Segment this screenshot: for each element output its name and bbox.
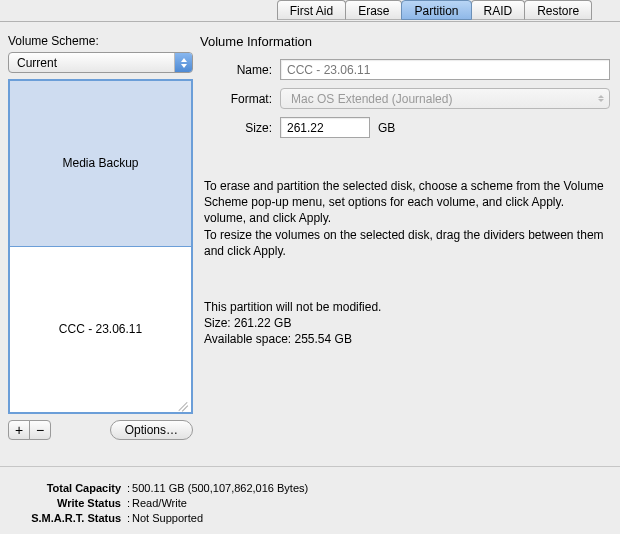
resize-grip-icon[interactable]: [177, 398, 189, 410]
total-capacity-label: Total Capacity: [30, 481, 125, 496]
name-label: Name:: [200, 63, 280, 77]
partition-slot-2-label: CCC - 23.06.11: [59, 322, 142, 336]
tab-restore[interactable]: Restore: [524, 0, 592, 20]
status-line: This partition will not be modified.: [204, 299, 620, 315]
add-partition-button[interactable]: +: [8, 420, 30, 440]
remove-partition-button[interactable]: −: [29, 420, 51, 440]
disk-summary: Total Capacity : 500.11 GB (500,107,862,…: [0, 466, 620, 526]
size-label: Size:: [200, 121, 280, 135]
size-input[interactable]: [280, 117, 370, 138]
name-input[interactable]: [280, 59, 610, 80]
options-button-label: Options…: [125, 423, 178, 437]
instruction-line: To erase and partition the selected disk…: [204, 178, 620, 210]
partition-status-text: This partition will not be modified. Siz…: [200, 299, 620, 348]
format-value: Mac OS Extended (Journaled): [291, 92, 452, 106]
partition-layout[interactable]: Media Backup CCC - 23.06.11: [8, 79, 193, 414]
status-line: Available space: 255.54 GB: [204, 331, 620, 347]
tab-raid[interactable]: RAID: [471, 0, 526, 20]
write-status-label: Write Status: [30, 496, 125, 511]
format-select[interactable]: Mac OS Extended (Journaled): [280, 88, 610, 109]
plus-icon: +: [15, 422, 23, 438]
volume-scheme-value: Current: [9, 56, 174, 70]
tab-partition[interactable]: Partition: [401, 0, 471, 20]
options-button[interactable]: Options…: [110, 420, 193, 440]
smart-status-label: S.M.A.R.T. Status: [30, 511, 125, 526]
tab-erase[interactable]: Erase: [345, 0, 402, 20]
volume-info-heading: Volume Information: [200, 34, 620, 49]
size-unit: GB: [378, 121, 395, 135]
write-status-value: Read/Write: [132, 496, 187, 511]
minus-icon: −: [36, 422, 44, 438]
format-label: Format:: [200, 92, 280, 106]
tab-first-aid[interactable]: First Aid: [277, 0, 346, 20]
instruction-text: To erase and partition the selected disk…: [200, 178, 620, 259]
partition-slot-1-label: Media Backup: [62, 156, 138, 170]
volume-scheme-select[interactable]: Current: [8, 52, 193, 73]
total-capacity-value: 500.11 GB (500,107,862,016 Bytes): [132, 481, 308, 496]
volume-scheme-label: Volume Scheme:: [8, 34, 193, 48]
disk-utility-partition-pane: First Aid Erase Partition RAID Restore V…: [0, 0, 620, 534]
select-arrows-icon: [174, 53, 192, 72]
smart-status-value: Not Supported: [132, 511, 203, 526]
status-line: Size: 261.22 GB: [204, 315, 620, 331]
tab-bar: First Aid Erase Partition RAID Restore: [0, 0, 620, 22]
partition-slot-1[interactable]: Media Backup: [10, 81, 191, 247]
select-arrows-icon: [593, 95, 609, 102]
instruction-line: To resize the volumes on the selected di…: [204, 227, 620, 259]
instruction-line: volume, and click Apply.: [204, 210, 620, 226]
partition-slot-2[interactable]: CCC - 23.06.11: [10, 247, 191, 413]
